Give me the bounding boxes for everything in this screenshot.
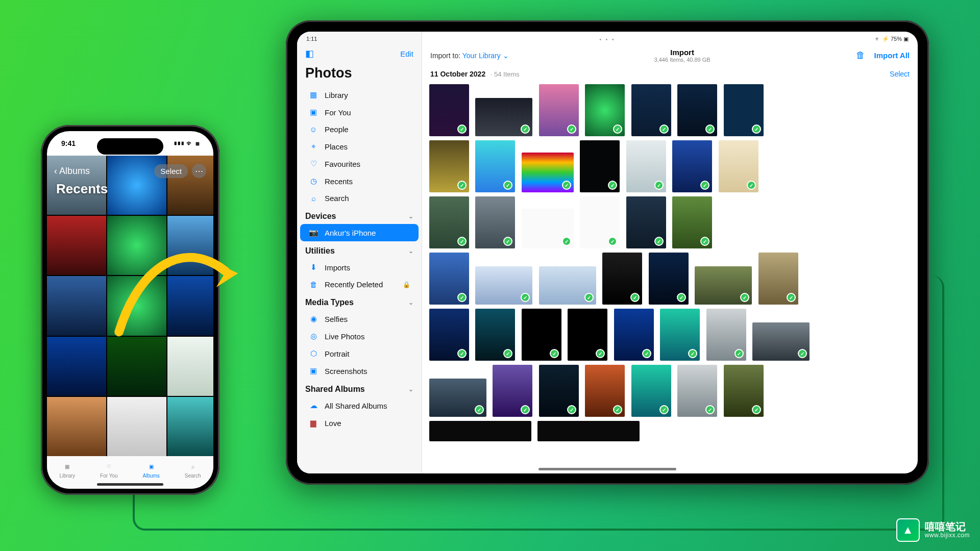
chevron-down-icon: ⌄ — [503, 52, 509, 60]
photo-thumb[interactable] — [626, 196, 666, 248]
sidebar-item-library[interactable]: ▦Library — [300, 86, 419, 104]
photo-thumb[interactable] — [475, 140, 515, 192]
photo-thumb[interactable] — [695, 266, 752, 305]
import-to[interactable]: Import to: Your Library ⌄ — [430, 52, 509, 60]
photo-thumb[interactable] — [475, 98, 532, 136]
photo-thumb[interactable] — [672, 140, 712, 192]
sidebar-item-portrait[interactable]: ⬡Portrait — [300, 345, 419, 362]
tab-search[interactable]: ⌕Search — [185, 462, 201, 479]
photo-thumb[interactable] — [672, 196, 712, 248]
photo-thumb[interactable] — [167, 276, 213, 335]
sidebar-item-favourites[interactable]: ♡Favourites — [300, 155, 419, 172]
check-icon — [567, 124, 576, 134]
photo-thumb[interactable] — [167, 337, 213, 396]
photo-thumb[interactable] — [107, 337, 166, 396]
photo-thumb[interactable] — [429, 253, 469, 305]
photo-thumb[interactable] — [537, 421, 640, 441]
photo-thumb[interactable] — [429, 309, 469, 361]
select-button[interactable]: Select — [154, 164, 188, 178]
sidebar-item-foryou[interactable]: ▣For You — [300, 104, 419, 121]
section-devices[interactable]: Devices⌄ — [297, 207, 422, 224]
section-utilities[interactable]: Utilities⌄ — [297, 241, 422, 259]
photo-thumb[interactable] — [47, 397, 106, 456]
sidebar-item-live-photos[interactable]: ◎Live Photos — [300, 328, 419, 345]
photo-thumb[interactable] — [631, 365, 671, 417]
sidebar-item-screenshots[interactable]: ▣Screenshots — [300, 362, 419, 380]
photo-thumb[interactable] — [539, 84, 579, 136]
photo-thumb[interactable] — [649, 253, 689, 305]
photo-thumb[interactable] — [167, 216, 213, 275]
photo-thumb[interactable] — [475, 266, 532, 305]
import-destination-link[interactable]: Your Library ⌄ — [462, 52, 509, 60]
photo-thumb[interactable] — [429, 379, 486, 417]
sidebar-item-search[interactable]: ⌕Search — [300, 190, 419, 207]
sidebar-item-all-shared[interactable]: ☁All Shared Albums — [300, 397, 419, 414]
more-button[interactable]: ⋯ — [192, 164, 206, 178]
photo-thumb[interactable] — [493, 365, 532, 417]
photo-thumb[interactable] — [585, 365, 625, 417]
photo-thumb[interactable] — [568, 309, 607, 361]
photo-thumb[interactable] — [475, 196, 515, 248]
photo-thumb[interactable] — [677, 365, 717, 417]
edit-button[interactable]: Edit — [400, 49, 413, 58]
photo-thumb[interactable] — [522, 309, 561, 361]
photo-thumb[interactable] — [429, 421, 531, 441]
photo-thumb[interactable] — [724, 365, 764, 417]
photo-thumb[interactable] — [539, 266, 596, 305]
photo-thumb[interactable] — [758, 253, 798, 305]
sidebar-item-imports[interactable]: ⬇Imports — [300, 259, 419, 276]
import-all-button[interactable]: Import All — [874, 51, 910, 60]
photo-thumb[interactable] — [107, 397, 166, 456]
photo-thumb[interactable] — [660, 309, 700, 361]
sidebar-item-selfies[interactable]: ◉Selfies — [300, 310, 419, 328]
tab-foryou[interactable]: ♡For You — [100, 462, 117, 479]
photo-thumb[interactable] — [724, 84, 764, 136]
sidebar-item-love[interactable]: ▆Love — [300, 414, 419, 432]
select-button[interactable]: Select — [890, 70, 910, 78]
back-button[interactable]: ‹ Albums — [54, 166, 90, 177]
photo-thumb[interactable] — [585, 84, 625, 136]
photo-thumb[interactable] — [614, 309, 654, 361]
photo-thumb[interactable] — [167, 397, 213, 456]
photo-thumb[interactable] — [522, 153, 574, 192]
photo-thumb[interactable] — [47, 337, 106, 396]
delete-button[interactable]: 🗑 — [856, 50, 865, 61]
photo-thumb[interactable] — [677, 84, 717, 136]
live-icon: ◎ — [308, 332, 318, 341]
photo-thumb[interactable] — [475, 309, 515, 361]
photo-thumb[interactable] — [429, 84, 469, 136]
tab-albums[interactable]: ▣Albums — [142, 462, 159, 479]
sidebar-toggle-icon[interactable]: ◧ — [305, 48, 314, 59]
check-icon — [747, 181, 756, 190]
check-icon — [787, 293, 796, 302]
photo-thumb[interactable] — [580, 196, 620, 248]
photo-thumb[interactable] — [522, 209, 574, 248]
photo-thumb[interactable] — [47, 276, 106, 335]
photo-thumb[interactable] — [429, 140, 469, 192]
photo-thumb[interactable] — [429, 196, 469, 248]
sidebar-item-recently-deleted[interactable]: 🗑Recently Deleted🔒 — [300, 276, 419, 293]
photo-thumb[interactable] — [752, 322, 810, 361]
section-shared-albums[interactable]: Shared Albums⌄ — [297, 380, 422, 397]
photo-thumb[interactable] — [602, 253, 642, 305]
photo-thumb[interactable] — [47, 216, 106, 275]
sidebar-item-device-iphone[interactable]: 📷Ankur's iPhone — [300, 224, 419, 241]
photo-thumb[interactable] — [626, 140, 666, 192]
iphone-notch — [97, 138, 163, 155]
sidebar-item-places[interactable]: ⌖Places — [300, 138, 419, 155]
sidebar-item-recents[interactable]: ◷Recents — [300, 172, 419, 190]
iphone-photo-grid[interactable] — [47, 156, 213, 456]
photo-thumb[interactable] — [539, 365, 579, 417]
sidebar-item-people[interactable]: ☺People — [300, 121, 419, 138]
photo-thumb[interactable] — [107, 276, 166, 335]
photo-thumb[interactable] — [580, 140, 620, 192]
tab-library[interactable]: ▦Library — [59, 462, 75, 479]
section-media-types[interactable]: Media Types⌄ — [297, 293, 422, 310]
photo-thumb[interactable] — [706, 309, 746, 361]
photo-thumb[interactable] — [719, 140, 758, 192]
check-icon — [752, 124, 761, 134]
import-grid[interactable] — [422, 82, 918, 473]
photo-thumb[interactable] — [107, 216, 166, 275]
photo-thumb[interactable] — [631, 84, 671, 136]
watermark-text: 嘻嘻笔记 — [925, 521, 970, 532]
